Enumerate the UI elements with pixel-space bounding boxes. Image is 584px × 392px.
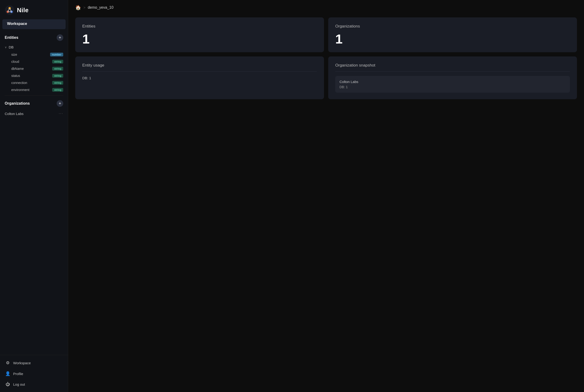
entities-count-card: Entities 1	[75, 18, 324, 52]
entity-field-status[interactable]: status string	[2, 72, 65, 79]
org-snapshot-box: Colton Labs DB: 1	[335, 76, 570, 93]
entity-usage-divider	[82, 72, 317, 72]
breadcrumb-separator: >	[83, 6, 85, 10]
breadcrumb-current: demo_yeva_10	[88, 6, 113, 10]
field-name-status: status	[11, 74, 20, 78]
workspace-label: Workspace	[2, 19, 65, 29]
entities-title: Entities	[5, 36, 18, 40]
org-item-colton-labs[interactable]: Colton Labs ···	[2, 109, 65, 118]
entity-db-item[interactable]: ∨ DB	[2, 43, 65, 51]
entity-field-size[interactable]: size number	[2, 51, 65, 58]
breadcrumb: 🏠 > demo_yeva_10	[68, 0, 584, 15]
workspace-nav-label: Workspace	[13, 361, 31, 365]
logo-area: Nile	[0, 0, 68, 19]
org-snapshot-org-detail: DB: 1	[340, 85, 566, 89]
org-snapshot-title: Organization snapshot	[335, 63, 570, 68]
sidebar-content: Entities + ∨ DB size number cloud string…	[0, 32, 68, 355]
entity-usage-text: DB: 1	[82, 76, 317, 80]
logout-nav-item[interactable]: ⏻ Log out	[2, 379, 65, 390]
field-name-size: size	[11, 53, 17, 56]
svg-point-0	[5, 6, 14, 15]
org-options-icon[interactable]: ···	[59, 112, 63, 116]
organizations-card-title: Organizations	[335, 24, 570, 29]
sidebar: Nile Workspace Entities + ∨ DB size numb…	[0, 0, 68, 392]
add-entity-button[interactable]: +	[57, 34, 63, 41]
logo-text: Nile	[17, 6, 29, 14]
entities-count-value: 1	[82, 32, 317, 46]
profile-icon: 👤	[5, 371, 10, 376]
field-name-environment: environment	[11, 88, 29, 92]
organizations-count-card: Organizations 1	[328, 18, 577, 52]
field-type-environment: string	[52, 88, 63, 92]
chevron-down-icon: ∨	[5, 46, 7, 49]
field-type-connection: string	[52, 81, 63, 85]
profile-nav-item[interactable]: 👤 Profile	[2, 368, 65, 379]
logout-nav-label: Log out	[13, 382, 25, 386]
dashboard-cards: Entities 1 Organizations 1 Entity usage …	[68, 15, 584, 106]
organizations-count-value: 1	[335, 32, 570, 46]
sidebar-bottom-nav: ⚙ Workspace 👤 Profile ⏻ Log out	[0, 355, 68, 392]
profile-nav-label: Profile	[13, 372, 23, 376]
field-name-connection: connection	[11, 81, 27, 85]
field-type-dbname: string	[52, 67, 63, 70]
entity-db-label: DB	[9, 45, 14, 49]
gear-icon: ⚙	[5, 360, 10, 366]
organizations-title: Organizations	[5, 101, 30, 106]
entity-field-connection[interactable]: connection string	[2, 79, 65, 86]
main-content: 🏠 > demo_yeva_10 Entities 1 Organization…	[68, 0, 584, 392]
entity-usage-title: Entity usage	[82, 63, 317, 68]
org-snapshot-card: Organization snapshot Colton Labs DB: 1	[328, 56, 577, 99]
add-org-button[interactable]: +	[57, 100, 63, 107]
home-icon[interactable]: 🏠	[75, 5, 81, 10]
entity-field-dbname[interactable]: dbName string	[2, 65, 65, 72]
entity-usage-card: Entity usage DB: 1	[75, 56, 324, 99]
logout-icon: ⏻	[5, 382, 10, 387]
org-divider	[5, 95, 63, 96]
entity-fields-list: size number cloud string dbName string s…	[2, 51, 65, 93]
entity-field-cloud[interactable]: cloud string	[2, 58, 65, 65]
org-name-colton-labs: Colton Labs	[5, 112, 23, 116]
organizations-section-header: Organizations +	[2, 97, 65, 109]
field-name-dbname: dbName	[11, 67, 24, 70]
org-snapshot-divider	[335, 72, 570, 72]
org-snapshot-org-name: Colton Labs	[340, 80, 566, 84]
field-type-cloud: string	[52, 60, 63, 64]
entities-section-header: Entities +	[2, 32, 65, 43]
nile-logo-icon	[5, 5, 14, 15]
field-name-cloud: cloud	[11, 60, 19, 64]
field-type-size: number	[50, 53, 63, 56]
entity-field-environment[interactable]: environment string	[2, 86, 65, 93]
entities-card-title: Entities	[82, 24, 317, 29]
workspace-nav-item[interactable]: ⚙ Workspace	[2, 358, 65, 368]
field-type-status: string	[52, 74, 63, 78]
